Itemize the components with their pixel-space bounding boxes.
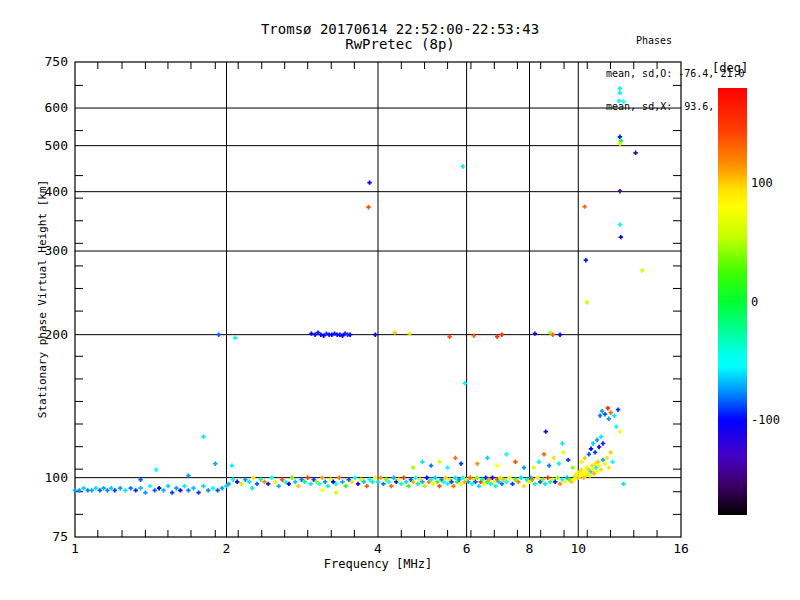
x-tick-label: 6 bbox=[463, 541, 471, 556]
y-tick-label: 75 bbox=[52, 529, 68, 544]
colorbar-tick-label: -100 bbox=[751, 414, 780, 426]
y-tick-label: 200 bbox=[45, 327, 68, 342]
colorbar-tick-label: 100 bbox=[751, 177, 773, 189]
x-tick-label: 2 bbox=[223, 541, 231, 556]
y-tick-label: 300 bbox=[45, 243, 68, 258]
y-tick-label: 100 bbox=[45, 470, 68, 485]
x-tick-label: 10 bbox=[570, 541, 586, 556]
x-tick-label: 1 bbox=[71, 541, 79, 556]
y-tick-label: 750 bbox=[45, 54, 68, 69]
x-tick-label: 4 bbox=[374, 541, 382, 556]
ionogram-plot: 12468101675100200300400500600750 bbox=[0, 0, 800, 600]
y-tick-label: 500 bbox=[45, 138, 68, 153]
ionogram-screen: Tromsø 20170614 22:52:00-22:53:43 RwPret… bbox=[0, 0, 800, 600]
x-tick-label: 16 bbox=[673, 541, 689, 556]
phase-colorbar bbox=[718, 88, 747, 515]
y-tick-label: 600 bbox=[45, 100, 68, 115]
colorbar-tick-label: 0 bbox=[751, 296, 758, 308]
y-tick-label: 400 bbox=[45, 184, 68, 199]
colorbar-unit-label: [deg] bbox=[712, 61, 748, 75]
x-tick-label: 8 bbox=[526, 541, 534, 556]
